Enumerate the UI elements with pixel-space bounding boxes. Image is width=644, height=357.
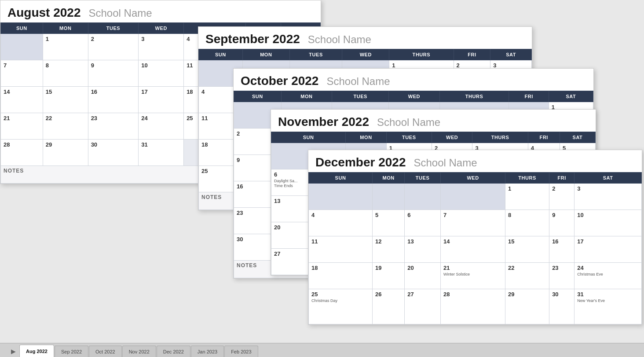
- table-row: 12: [373, 236, 405, 263]
- table-row: 3: [139, 34, 184, 60]
- sep-col-thu: THURS: [389, 49, 454, 60]
- sep-col-wed: WED: [342, 49, 389, 60]
- table-row: 9: [88, 60, 139, 87]
- table-row: 8: [43, 60, 88, 87]
- table-row: 5: [373, 210, 405, 236]
- tab-nov-2022[interactable]: Nov 2022: [122, 346, 156, 357]
- table-row: 24: [139, 113, 184, 140]
- table-row: 14: [1, 87, 43, 113]
- aug-col-mon: MON: [43, 23, 88, 34]
- nov-col-tue: TUES: [386, 132, 432, 143]
- sep-col-sat: SAT: [490, 49, 532, 60]
- sep-col-fri: FRI: [454, 49, 490, 60]
- table-row: 23: [549, 263, 574, 289]
- tab-sep-2022[interactable]: Sep 2022: [55, 346, 88, 357]
- oct-col-fri: FRI: [509, 91, 549, 102]
- sep-col-mon: MON: [242, 49, 289, 60]
- tab-prev-button[interactable]: ▶: [9, 346, 18, 357]
- table-row: 11: [309, 236, 373, 263]
- table-row: 2: [549, 184, 574, 210]
- table-row: 18: [309, 263, 373, 289]
- table-row: 15: [505, 236, 549, 263]
- dec-col-sat: SAT: [574, 173, 642, 184]
- oct-col-wed: WED: [389, 91, 440, 102]
- table-row: [309, 184, 373, 210]
- table-row: 21Winter Solstice: [440, 263, 505, 289]
- dec-col-sun: SUN: [309, 173, 373, 184]
- table-row: 1: [505, 184, 549, 210]
- table-row: 25 Christmas Day: [309, 289, 373, 324]
- dec-col-fri: FRI: [549, 173, 574, 184]
- sep-school-name: School Name: [308, 33, 371, 46]
- table-row: 20: [405, 263, 441, 289]
- table-row: [1, 34, 43, 60]
- nov-col-fri: FRI: [528, 132, 560, 143]
- sep-col-sun: SUN: [199, 49, 243, 60]
- table-row: 15: [43, 87, 88, 113]
- nov-col-mon: MON: [346, 132, 386, 143]
- table-row: 3: [574, 184, 642, 210]
- table-row: 23: [88, 113, 139, 140]
- table-row: 13: [405, 236, 441, 263]
- table-row: 19: [373, 263, 405, 289]
- table-row: 22: [43, 113, 88, 140]
- nov-col-sun: SUN: [271, 132, 346, 143]
- table-row: 14: [440, 236, 505, 263]
- table-row: 26: [373, 289, 405, 324]
- tab-aug-2022[interactable]: Aug 2022: [19, 345, 54, 357]
- dec-col-wed: WED: [440, 173, 505, 184]
- dec-month-title: December 2022: [315, 155, 406, 169]
- table-row: 7: [440, 210, 505, 236]
- oct-col-thu: THURS: [439, 91, 509, 102]
- nov-col-wed: WED: [432, 132, 472, 143]
- oct-month-title: October 2022: [241, 74, 318, 88]
- table-row: 27: [405, 289, 441, 324]
- oct-col-mon: MON: [281, 91, 332, 102]
- table-row: 24Christmas Eve: [574, 263, 642, 289]
- table-row: 6: [405, 210, 441, 236]
- table-row: [373, 184, 405, 210]
- table-row: [405, 184, 441, 210]
- oct-col-sun: SUN: [234, 91, 282, 102]
- table-row: 4: [309, 210, 373, 236]
- oct-col-sat: SAT: [549, 91, 593, 102]
- table-row: 10: [574, 210, 642, 236]
- dec-col-tue: TUES: [405, 173, 441, 184]
- aug-col-wed: WED: [139, 23, 184, 34]
- table-row: 22: [505, 263, 549, 289]
- dec-col-mon: MON: [373, 173, 405, 184]
- oct-school-name: School Name: [326, 75, 390, 88]
- table-row: 16: [549, 236, 574, 263]
- table-row: 17: [139, 87, 184, 113]
- table-row: 28: [440, 289, 505, 324]
- aug-month-title: August 2022: [7, 6, 81, 20]
- nov-school-name: School Name: [377, 116, 440, 129]
- tab-bar: ▶ Aug 2022 Sep 2022 Oct 2022 Nov 2022 De…: [0, 343, 644, 357]
- nov-col-sat: SAT: [560, 132, 595, 143]
- oct-col-tue: TUES: [332, 91, 389, 102]
- nov-col-thu: THURS: [472, 132, 528, 143]
- table-row: 30: [88, 140, 139, 166]
- tab-jan-2023[interactable]: Jan 2023: [191, 346, 224, 357]
- tab-feb-2023[interactable]: Feb 2023: [224, 346, 258, 357]
- table-row: [440, 184, 505, 210]
- dec-school-name: School Name: [413, 157, 477, 169]
- nov-month-title: November 2022: [278, 115, 369, 129]
- table-row: 8: [505, 210, 549, 236]
- dec-col-thu: THURS: [505, 173, 549, 184]
- aug-col-sun: SUN: [1, 23, 43, 34]
- table-row: 9: [549, 210, 574, 236]
- table-row: 10: [139, 60, 184, 87]
- aug-col-tue: TUES: [88, 23, 139, 34]
- table-row: 2: [88, 34, 139, 60]
- tab-dec-2022[interactable]: Dec 2022: [157, 346, 190, 357]
- table-row: 16: [88, 87, 139, 113]
- table-row: 17: [574, 236, 642, 263]
- sep-month-title: September 2022: [205, 32, 300, 46]
- table-row: 28: [1, 140, 43, 166]
- table-row: 30: [549, 289, 574, 324]
- table-row: 29: [43, 140, 88, 166]
- table-row: 29: [505, 289, 549, 324]
- tab-oct-2022[interactable]: Oct 2022: [89, 346, 122, 357]
- sep-col-tue: TUES: [289, 49, 342, 60]
